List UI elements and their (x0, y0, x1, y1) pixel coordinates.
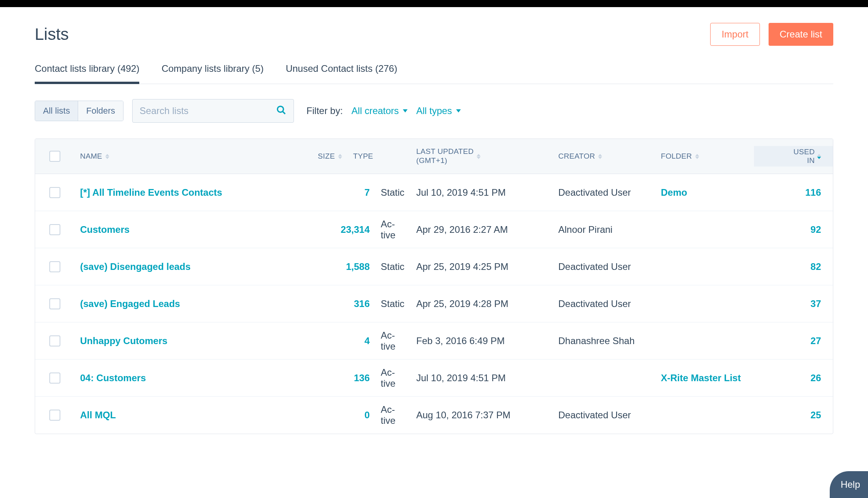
filter-types[interactable]: All types (416, 105, 461, 116)
list-used-in[interactable]: 25 (754, 410, 833, 421)
list-size: 136 (300, 373, 375, 384)
col-header-folder[interactable]: FOLDER (655, 152, 754, 161)
list-updated: Apr 25, 2019 4:25 PM (411, 261, 553, 272)
chevron-down-icon (403, 109, 408, 112)
col-header-name[interactable]: NAME (75, 152, 273, 161)
list-creator: Dhanashree Shah (553, 335, 655, 346)
sort-icon (477, 154, 481, 159)
list-name-link[interactable]: 04: Customers (80, 373, 146, 383)
list-name-link[interactable]: (save) Disengaged leads (80, 261, 191, 272)
table-row: [*] All Timeline Events Contacts 7 Stati… (35, 174, 833, 211)
page-title: Lists (35, 25, 69, 44)
row-checkbox[interactable] (49, 261, 60, 272)
col-name-label: NAME (80, 152, 102, 161)
list-used-in[interactable]: 26 (754, 373, 833, 384)
list-name-link[interactable]: Customers (80, 224, 129, 235)
table-row: Unhappy Cutomers 4 Ac­tive Feb 3, 2016 6… (35, 322, 833, 359)
sort-icon (695, 154, 699, 159)
list-used-in[interactable]: 37 (754, 298, 833, 309)
col-header-size[interactable]: SIZE (273, 152, 348, 161)
col-creator-label: CREATOR (558, 152, 595, 161)
list-name-link[interactable]: [*] All Timeline Events Contacts (80, 187, 222, 198)
sort-icon (598, 154, 602, 159)
row-checkbox[interactable] (49, 187, 60, 198)
select-all-checkbox[interactable] (49, 151, 60, 162)
list-size: 23,314 (300, 224, 375, 235)
list-used-in[interactable]: 116 (754, 187, 833, 198)
chevron-down-icon (456, 109, 461, 112)
svg-line-1 (282, 111, 285, 114)
list-type: Static (375, 187, 411, 198)
col-header-used-in[interactable]: USED IN (754, 146, 833, 167)
sort-icon (817, 154, 821, 159)
list-folder[interactable]: X-Rite Master List (655, 373, 754, 384)
toggle-folders[interactable]: Folders (78, 101, 123, 121)
filter-creators[interactable]: All creators (352, 105, 408, 116)
table-row: (save) Disengaged leads 1,588 Static Apr… (35, 248, 833, 285)
tabs: Contact lists library (492) Company list… (35, 59, 833, 84)
view-toggle: All lists Folders (35, 101, 123, 121)
list-size: 0 (300, 410, 375, 421)
list-type: Static (375, 298, 411, 309)
list-name-link[interactable]: All MQL (80, 410, 116, 420)
list-used-in[interactable]: 92 (754, 224, 833, 235)
import-button[interactable]: Import (710, 23, 760, 46)
list-size: 7 (300, 187, 375, 198)
list-creator: Deactivated User (553, 410, 655, 421)
list-type: Ac­tive (375, 404, 411, 426)
list-used-in[interactable]: 27 (754, 335, 833, 346)
list-name-link[interactable]: (save) Engaged Leads (80, 298, 180, 309)
list-folder[interactable]: Demo (655, 187, 754, 198)
list-size: 316 (300, 298, 375, 309)
list-updated: Aug 10, 2016 7:37 PM (411, 410, 553, 421)
filter-creators-label: All creators (352, 105, 399, 116)
list-updated: Jul 10, 2019 4:51 PM (411, 187, 553, 198)
col-updated-label-1: LAST UPDATED (416, 147, 473, 156)
search-wrapper (132, 99, 294, 123)
col-used-label-1: USED (793, 148, 815, 156)
col-size-label: SIZE (318, 152, 335, 161)
list-used-in[interactable]: 82 (754, 261, 833, 272)
list-updated: Apr 29, 2016 2:27 AM (411, 224, 553, 235)
svg-point-0 (277, 106, 283, 112)
top-app-bar (0, 0, 868, 7)
col-header-creator[interactable]: CREATOR (553, 152, 655, 161)
list-creator: Deactivated User (553, 187, 655, 198)
list-updated: Jul 10, 2019 4:51 PM (411, 373, 553, 384)
tab-contact-lists[interactable]: Contact lists library (492) (35, 59, 139, 84)
table-row: All MQL 0 Ac­tive Aug 10, 2016 7:37 PM D… (35, 397, 833, 434)
filter-by-label: Filter by: (307, 105, 343, 116)
col-folder-label: FOLDER (661, 152, 692, 161)
list-type: Ac­tive (375, 219, 411, 241)
row-checkbox[interactable] (49, 410, 60, 421)
list-creator: Deactivated User (553, 298, 655, 309)
search-icon[interactable] (276, 105, 286, 117)
lists-table: NAME SIZE TYPE LAST UPDATED (GMT+1) CREA… (35, 139, 833, 434)
filter-types-label: All types (416, 105, 452, 116)
list-updated: Feb 3, 2016 6:49 PM (411, 335, 553, 346)
list-type: Ac­tive (375, 367, 411, 389)
create-list-button[interactable]: Create list (769, 23, 833, 46)
row-checkbox[interactable] (49, 298, 60, 309)
search-input[interactable] (140, 105, 276, 116)
list-type: Static (375, 261, 411, 272)
list-updated: Apr 25, 2019 4:28 PM (411, 298, 553, 309)
table-row: 04: Customers 136 Ac­tive Jul 10, 2019 4… (35, 359, 833, 397)
col-updated-label-2: (GMT+1) (416, 156, 473, 165)
tab-company-lists[interactable]: Company lists library (5) (161, 59, 264, 84)
list-creator: Deactivated User (553, 261, 655, 272)
tab-unused-contact-lists[interactable]: Unused Contact lists (276) (286, 59, 397, 84)
list-creator: Alnoor Pirani (553, 224, 655, 235)
row-checkbox[interactable] (49, 373, 60, 384)
row-checkbox[interactable] (49, 224, 60, 235)
sort-icon (105, 154, 109, 159)
table-header: NAME SIZE TYPE LAST UPDATED (GMT+1) CREA… (35, 139, 833, 174)
col-header-updated[interactable]: LAST UPDATED (GMT+1) (411, 147, 553, 165)
col-type-label: TYPE (353, 152, 373, 160)
table-row: Customers 23,314 Ac­tive Apr 29, 2016 2:… (35, 211, 833, 248)
list-name-link[interactable]: Unhappy Cutomers (80, 335, 167, 346)
table-row: (save) Engaged Leads 316 Static Apr 25, … (35, 285, 833, 322)
list-type: Ac­tive (375, 330, 411, 352)
toggle-all-lists[interactable]: All lists (35, 101, 78, 121)
row-checkbox[interactable] (49, 335, 60, 346)
